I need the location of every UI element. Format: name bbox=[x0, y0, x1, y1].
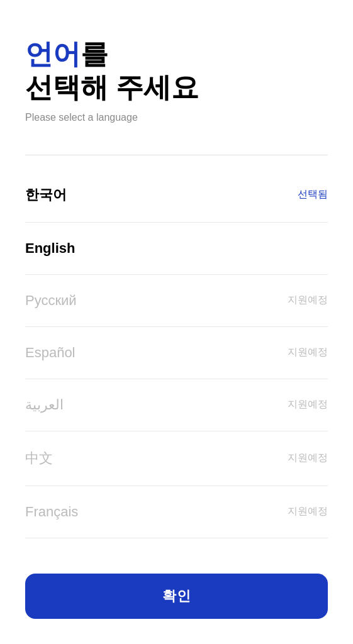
language-name-french: Français bbox=[25, 504, 78, 520]
language-name-russian: Русский bbox=[25, 292, 77, 309]
language-item-korean[interactable]: 한국어 선택됨 bbox=[25, 168, 328, 223]
header-section: 언어를 선택해 주세요 Please select a language bbox=[25, 38, 328, 123]
title-highlight: 언어 bbox=[25, 38, 81, 69]
language-badge-french: 지원예정 bbox=[288, 505, 328, 518]
language-name-english: English bbox=[25, 240, 75, 257]
language-name-spanish: Español bbox=[25, 345, 76, 361]
title-line2: 선택해 주세요 bbox=[25, 71, 328, 104]
language-name-chinese: 中文 bbox=[25, 449, 53, 468]
language-item-arabic[interactable]: العربية 지원예정 bbox=[25, 379, 328, 431]
language-item-french[interactable]: Français 지원예정 bbox=[25, 486, 328, 538]
language-badge-russian: 지원예정 bbox=[288, 294, 328, 307]
language-name-arabic: العربية bbox=[25, 397, 64, 413]
bottom-section: 확인 bbox=[25, 555, 328, 619]
language-item-english[interactable]: English bbox=[25, 223, 328, 275]
language-badge-korean: 선택됨 bbox=[298, 188, 328, 201]
language-badge-chinese: 지원예정 bbox=[288, 452, 328, 465]
page-container: 언어를 선택해 주세요 Please select a language 한국어… bbox=[0, 0, 353, 644]
top-divider bbox=[25, 155, 328, 155]
language-item-spanish[interactable]: Español 지원예정 bbox=[25, 327, 328, 379]
title-suffix: 를 bbox=[81, 38, 108, 69]
language-badge-arabic: 지원예정 bbox=[288, 398, 328, 411]
confirm-button[interactable]: 확인 bbox=[25, 574, 328, 619]
language-badge-spanish: 지원예정 bbox=[288, 346, 328, 359]
language-list: 한국어 선택됨 English Русский 지원예정 Español 지원예… bbox=[25, 168, 328, 555]
language-name-korean: 한국어 bbox=[25, 186, 67, 204]
title-line1: 언어를 bbox=[25, 38, 328, 71]
language-item-russian[interactable]: Русский 지원예정 bbox=[25, 275, 328, 327]
subtitle: Please select a language bbox=[25, 112, 328, 123]
language-item-chinese[interactable]: 中文 지원예정 bbox=[25, 431, 328, 486]
